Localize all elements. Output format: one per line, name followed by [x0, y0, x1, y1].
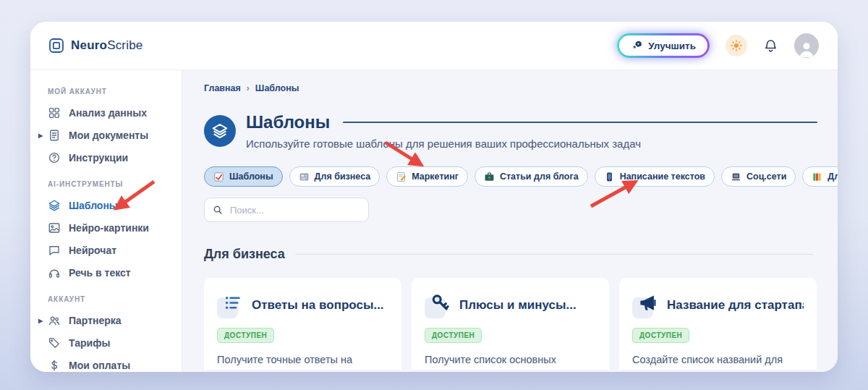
filter-chips: ШаблоныДля бизнесаМаркетингСтатьи для бл… [204, 166, 838, 187]
sidebar-section-title: МОЙ АККАУНТ [30, 76, 182, 101]
sun-icon [730, 39, 743, 52]
chat-icon [48, 244, 61, 257]
status-badge: ДОСТУПЕН [632, 328, 689, 343]
megaphone-icon [632, 292, 658, 318]
breadcrumb-home[interactable]: Главная [204, 83, 241, 93]
sidebar-item-document[interactable]: ▶Мои документы [30, 124, 182, 146]
logo-icon [48, 37, 65, 54]
app-canvas: NeuroScribe Улучшить [0, 0, 868, 390]
title-rule [343, 122, 817, 123]
sidebar-item-tag[interactable]: Тарифы [30, 331, 182, 354]
card-header: Плюсы и минусы... [425, 292, 596, 318]
user-icon [797, 39, 816, 58]
sidebar-item-label: Мои оплаты [69, 360, 130, 371]
sidebar-item-help[interactable]: Инструкции [30, 146, 182, 169]
template-card[interactable]: Плюсы и минусы... ДОСТУПЕН Получите спис… [412, 278, 609, 370]
dollar-icon [48, 359, 61, 372]
chip-label: Маркетинг [412, 171, 459, 182]
laptop-icon [731, 171, 741, 182]
expand-caret-icon[interactable]: ▶ [38, 317, 43, 323]
phone-icon [604, 171, 615, 182]
sidebar-section-title: АККАУНТ [30, 284, 182, 309]
header-actions: Улучшить [617, 33, 819, 58]
theme-toggle[interactable] [726, 35, 747, 56]
document-icon [48, 129, 61, 142]
sidebar-item-label: Речь в текст [69, 267, 131, 279]
chip-label: Соц.сети [746, 171, 786, 182]
card-title: Плюсы и минусы... [459, 298, 576, 313]
status-badge: ДОСТУПЕН [217, 328, 274, 343]
sidebar-item-label: Мои документы [69, 130, 148, 141]
books-icon [812, 171, 822, 182]
section-header: Для бизнеса [204, 247, 838, 262]
upgrade-label: Улучшить [648, 41, 696, 51]
breadcrumb-current[interactable]: Шаблоны [255, 83, 299, 93]
upgrade-button[interactable]: Улучшить [617, 33, 710, 58]
grid-icon [48, 106, 61, 119]
rocket-icon [631, 40, 642, 51]
layers-icon [48, 199, 61, 212]
sidebar-item-headphones[interactable]: Речь в текст [30, 261, 182, 284]
template-card[interactable]: Ответы на вопросы... ДОСТУПЕН Получите т… [204, 278, 401, 370]
filter-chip-laptop[interactable]: Соц.сети [721, 166, 796, 187]
section-rule [295, 254, 813, 255]
expand-caret-icon[interactable]: ▶ [38, 132, 43, 138]
sidebar-item-label: Нейро-картинки [69, 222, 149, 234]
chip-label: Статьи для блога [500, 171, 579, 182]
filter-chip-checkbox[interactable]: Шаблоны [204, 166, 283, 187]
page-icon-circle [204, 115, 236, 147]
logo[interactable]: NeuroScribe [48, 37, 143, 54]
template-card[interactable]: Название для стартапа ДОСТУПЕН Создайте … [619, 278, 817, 370]
sidebar-item-image[interactable]: Нейро-картинки [30, 216, 182, 239]
sidebar-item-label: Инструкции [69, 152, 128, 164]
briefcase-icon [484, 171, 495, 182]
chip-label: Для бизнеса [315, 171, 371, 182]
avatar[interactable] [794, 33, 819, 58]
filter-chip-phone[interactable]: Написание текстов [595, 166, 715, 187]
filter-chip-briefcase[interactable]: Статьи для блога [475, 166, 588, 187]
sidebar-item-chat[interactable]: Нейрочат [30, 239, 182, 261]
breadcrumb-separator: › [247, 83, 250, 93]
main-content: Главная › Шаблоны [182, 70, 838, 372]
section-title: Для бизнеса [204, 247, 285, 262]
card-header: Ответы на вопросы... [217, 292, 388, 318]
top-bar: NeuroScribe Улучшить [30, 22, 838, 70]
layers-icon [211, 122, 229, 140]
page-header: Шаблоны Используйте готовые шаблоны для … [204, 112, 838, 150]
sidebar-item-people[interactable]: ▶Партнерка [30, 309, 182, 331]
page-subtitle: Используйте готовые шаблоны для решения … [246, 137, 817, 150]
sidebar-item-layers[interactable]: Шаблоны [30, 194, 182, 216]
page-title: Шаблоны [246, 112, 330, 132]
filter-chip-memo[interactable]: Маркетинг [386, 166, 468, 187]
breadcrumb: Главная › Шаблоны [204, 83, 838, 93]
search-input[interactable] [229, 204, 360, 216]
key-icon [425, 292, 451, 318]
card-title: Ответы на вопросы... [252, 298, 384, 313]
sidebar-item-label: Партнерка [69, 315, 122, 326]
notifications-button[interactable] [763, 38, 778, 54]
filter-chip-books[interactable]: Для товаров [802, 166, 838, 187]
chip-label: Написание текстов [620, 171, 705, 182]
help-icon [48, 151, 61, 164]
people-icon [48, 314, 61, 327]
bell-icon [763, 38, 778, 54]
card-title: Название для стартапа [667, 298, 804, 313]
sidebar-item-label: Шаблоны [69, 200, 118, 211]
app-body: МОЙ АККАУНТАнализ данных▶Мои документыИн… [30, 70, 838, 372]
status-badge: ДОСТУПЕН [425, 328, 482, 343]
sidebar-item-label: Анализ данных [69, 107, 147, 119]
search-box [204, 198, 369, 222]
card-header: Название для стартапа [632, 292, 804, 318]
sidebar-item-dollar[interactable]: Мои оплаты [30, 354, 182, 372]
chip-label: Шаблоны [229, 171, 273, 182]
sidebar-item-label: Тарифы [69, 337, 110, 349]
search-icon [213, 205, 223, 215]
sidebar-item-grid[interactable]: Анализ данных [30, 101, 182, 124]
sidebar: МОЙ АККАУНТАнализ данных▶Мои документыИн… [30, 70, 182, 372]
filter-chip-buscard[interactable]: Для бизнеса [289, 166, 380, 187]
buscard-icon [299, 171, 310, 182]
checkbox-icon [213, 171, 224, 182]
template-cards: Ответы на вопросы... ДОСТУПЕН Получите т… [204, 278, 838, 370]
app-window: NeuroScribe Улучшить [30, 22, 838, 372]
sidebar-section-title: AI-ИНСТРУМЕНТЫ [30, 169, 182, 194]
